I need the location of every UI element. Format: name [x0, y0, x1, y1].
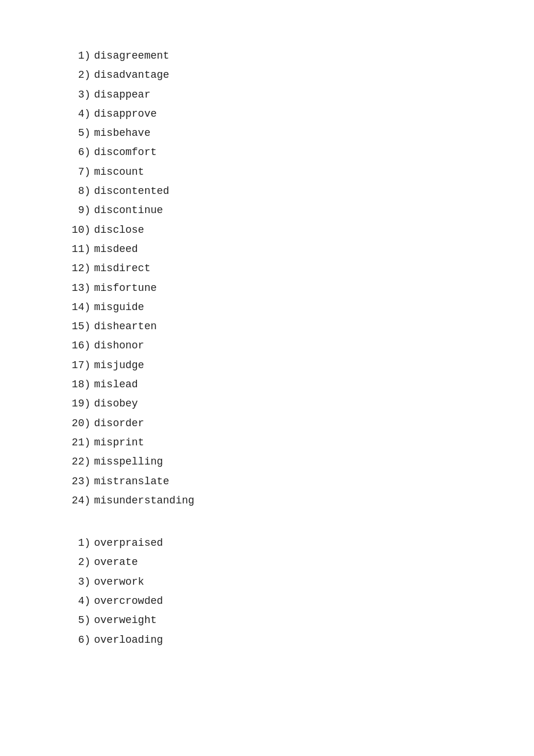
item-number: 3) — [70, 85, 91, 105]
list-item: 1)disagreement — [70, 46, 464, 66]
item-number: 9) — [70, 201, 91, 220]
item-number: 24) — [70, 491, 91, 510]
item-word: misjudge — [94, 359, 144, 371]
list-item: 23)mistranslate — [70, 472, 464, 491]
list-item: 5)overweight — [70, 611, 464, 630]
item-word: overpraised — [94, 537, 163, 549]
item-word: disagreement — [94, 50, 169, 62]
list-item: 8)discontented — [70, 182, 464, 201]
item-number: 5) — [70, 611, 91, 630]
item-number: 2) — [70, 66, 91, 85]
item-number: 7) — [70, 163, 91, 182]
list-item: 18)mislead — [70, 375, 464, 394]
item-number: 16) — [70, 336, 91, 355]
item-number: 6) — [70, 631, 91, 650]
item-word: disobey — [94, 398, 138, 409]
item-number: 2) — [70, 553, 91, 572]
item-number: 6) — [70, 143, 91, 162]
item-number: 10) — [70, 221, 91, 240]
item-number: 19) — [70, 394, 91, 413]
item-number: 18) — [70, 375, 91, 394]
item-word: dishonor — [94, 340, 144, 351]
list-item: 7)miscount — [70, 163, 464, 182]
item-number: 17) — [70, 356, 91, 375]
item-word: misprint — [94, 437, 144, 448]
list-item: 17)misjudge — [70, 356, 464, 375]
item-number: 12) — [70, 259, 91, 278]
list-item: 2)disadvantage — [70, 66, 464, 85]
list-item: 10)disclose — [70, 221, 464, 240]
item-word: overwork — [94, 576, 144, 588]
item-number: 5) — [70, 124, 91, 143]
list-item: 3)overwork — [70, 573, 464, 592]
section-1: 1)disagreement2)disadvantage3)disappear4… — [70, 46, 464, 510]
item-word: overate — [94, 556, 138, 568]
item-number: 8) — [70, 182, 91, 201]
list-item: 22)misspelling — [70, 452, 464, 471]
list-item: 13)misfortune — [70, 279, 464, 298]
item-number: 14) — [70, 298, 91, 317]
item-word: mistranslate — [94, 476, 169, 487]
list-item: 12)misdirect — [70, 259, 464, 278]
list-item: 11)misdeed — [70, 240, 464, 259]
list-item: 19)disobey — [70, 394, 464, 413]
list-item: 24)misunderstanding — [70, 491, 464, 510]
item-word: miscount — [94, 166, 144, 178]
item-number: 20) — [70, 414, 91, 433]
item-word: disadvantage — [94, 69, 169, 81]
item-word: misbehave — [94, 127, 150, 139]
item-word: misfortune — [94, 282, 157, 294]
item-word: overloading — [94, 634, 163, 646]
item-word: misdirect — [94, 262, 150, 274]
item-number: 21) — [70, 433, 91, 452]
item-word: misunderstanding — [94, 495, 194, 506]
list-item: 5)misbehave — [70, 124, 464, 143]
item-number: 13) — [70, 279, 91, 298]
list-item: 4)overcrowded — [70, 592, 464, 611]
list-item: 20)disorder — [70, 414, 464, 433]
list-item: 9)discontinue — [70, 201, 464, 220]
item-word: disorder — [94, 417, 144, 429]
list-item: 3)disappear — [70, 85, 464, 105]
item-number: 22) — [70, 452, 91, 471]
list-item: 4)disapprove — [70, 105, 464, 124]
item-word: misguide — [94, 301, 144, 313]
item-word: overweight — [94, 614, 157, 626]
item-word: overcrowded — [94, 595, 163, 607]
item-word: mislead — [94, 379, 138, 390]
item-number: 4) — [70, 592, 91, 611]
item-word: disapprove — [94, 108, 157, 120]
list-item: 1)overpraised — [70, 534, 464, 553]
list-item: 15)dishearten — [70, 317, 464, 336]
item-word: discomfort — [94, 146, 157, 158]
item-number: 23) — [70, 472, 91, 491]
list-item: 2)overate — [70, 553, 464, 572]
item-number: 1) — [70, 534, 91, 553]
list-item: 14)misguide — [70, 298, 464, 317]
item-word: discontented — [94, 185, 169, 197]
item-word: dishearten — [94, 321, 157, 332]
item-number: 1) — [70, 46, 91, 66]
item-word: disappear — [94, 89, 150, 100]
list-item: 16)dishonor — [70, 336, 464, 355]
list-item: 6)discomfort — [70, 143, 464, 162]
item-number: 4) — [70, 105, 91, 124]
item-word: disclose — [94, 224, 144, 236]
list-item: 21)misprint — [70, 433, 464, 452]
content: 1)disagreement2)disadvantage3)disappear4… — [70, 46, 464, 650]
item-number: 15) — [70, 317, 91, 336]
item-word: misdeed — [94, 243, 138, 255]
list-item: 6)overloading — [70, 631, 464, 650]
section-2: 1)overpraised2)overate3)overwork4)overcr… — [70, 534, 464, 650]
item-word: misspelling — [94, 456, 163, 467]
item-word: discontinue — [94, 204, 163, 216]
item-number: 3) — [70, 573, 91, 592]
item-number: 11) — [70, 240, 91, 259]
